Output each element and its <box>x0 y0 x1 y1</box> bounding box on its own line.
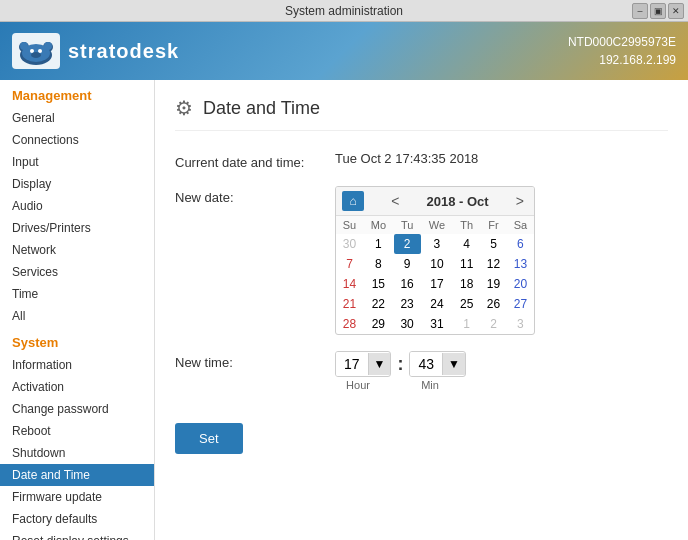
sidebar-item-reboot[interactable]: Reboot <box>0 420 154 442</box>
minute-spinner: 43 ▼ <box>409 351 465 377</box>
close-button[interactable]: ✕ <box>668 3 684 19</box>
logo-area: stratodesk <box>12 33 179 69</box>
calendar-day[interactable]: 19 <box>480 274 507 294</box>
calendar-day[interactable]: 22 <box>363 294 394 314</box>
calendar-day[interactable]: 10 <box>421 254 454 274</box>
sidebar-item-information[interactable]: Information <box>0 354 154 376</box>
sidebar-item-network[interactable]: Network <box>0 239 154 261</box>
sidebar-item-connections[interactable]: Connections <box>0 129 154 151</box>
titlebar: System administration – ▣ ✕ <box>0 0 688 22</box>
calendar-day[interactable]: 7 <box>336 254 363 274</box>
calendar-day[interactable]: 24 <box>421 294 454 314</box>
calendar-day[interactable]: 15 <box>363 274 394 294</box>
calendar-week: 30123456 <box>336 234 534 254</box>
calendar-day[interactable]: 14 <box>336 274 363 294</box>
calendar-day[interactable]: 1 <box>363 234 394 254</box>
calendar-day[interactable]: 13 <box>507 254 534 274</box>
calendar-day[interactable]: 28 <box>336 314 363 334</box>
calendar-day[interactable]: 8 <box>363 254 394 274</box>
minimize-button[interactable]: – <box>632 3 648 19</box>
calendar-header: ⌂ < 2018 - Oct > <box>336 187 534 216</box>
cal-header-tu: Tu <box>394 216 421 234</box>
svg-point-6 <box>30 49 34 53</box>
sidebar-item-drives-printers[interactable]: Drives/Printers <box>0 217 154 239</box>
calendar-week: 28293031123 <box>336 314 534 334</box>
sidebar-item-shutdown[interactable]: Shutdown <box>0 442 154 464</box>
sidebar-item-input[interactable]: Input <box>0 151 154 173</box>
time-picker-container: 17 ▼ : 43 ▼ Hour Min <box>335 351 466 391</box>
calendar-day[interactable]: 3 <box>507 314 534 334</box>
hour-value: 17 <box>336 352 368 376</box>
calendar-day[interactable]: 5 <box>480 234 507 254</box>
calendar-day[interactable]: 30 <box>394 314 421 334</box>
new-date-row: New date: ⌂ < 2018 - Oct > Su Mo Tu We <box>175 186 668 335</box>
calendar-day[interactable]: 9 <box>394 254 421 274</box>
new-time-row: New time: 17 ▼ : 43 ▼ Hour Min <box>175 351 668 391</box>
sidebar-item-activation[interactable]: Activation <box>0 376 154 398</box>
calendar-day[interactable]: 20 <box>507 274 534 294</box>
calendar-day[interactable]: 17 <box>421 274 454 294</box>
gear-icon: ⚙ <box>175 96 193 120</box>
calendar-day[interactable]: 3 <box>421 234 454 254</box>
cal-header-sa: Sa <box>507 216 534 234</box>
calendar-day[interactable]: 11 <box>453 254 480 274</box>
ip-address: 192.168.2.199 <box>568 51 676 69</box>
calendar-home-button[interactable]: ⌂ <box>342 191 364 211</box>
calendar-day[interactable]: 23 <box>394 294 421 314</box>
calendar-day[interactable]: 18 <box>453 274 480 294</box>
svg-point-4 <box>20 42 28 50</box>
logo-icon <box>12 33 60 69</box>
calendar-day[interactable]: 1 <box>453 314 480 334</box>
svg-point-5 <box>44 42 52 50</box>
calendar-day[interactable]: 30 <box>336 234 363 254</box>
hour-spinner: 17 ▼ <box>335 351 391 377</box>
sidebar-item-time[interactable]: Time <box>0 283 154 305</box>
calendar-day[interactable]: 2 <box>480 314 507 334</box>
logo-text: stratodesk <box>68 40 179 63</box>
sidebar: Management General Connections Input Dis… <box>0 80 155 540</box>
sidebar-item-date-and-time[interactable]: Date and Time <box>0 464 154 486</box>
calendar-day[interactable]: 6 <box>507 234 534 254</box>
minute-value: 43 <box>410 352 442 376</box>
cal-header-mo: Mo <box>363 216 394 234</box>
page-title: Date and Time <box>203 98 320 119</box>
device-id: NTD000C2995973E <box>568 33 676 51</box>
sidebar-item-all[interactable]: All <box>0 305 154 327</box>
calendar-day[interactable]: 27 <box>507 294 534 314</box>
calendar-day-headers: Su Mo Tu We Th Fr Sa <box>336 216 534 234</box>
cal-header-su: Su <box>336 216 363 234</box>
calendar-day[interactable]: 21 <box>336 294 363 314</box>
hour-down-button[interactable]: ▼ <box>368 353 391 375</box>
cal-header-th: Th <box>453 216 480 234</box>
new-time-label: New time: <box>175 351 335 370</box>
calendar-day[interactable]: 16 <box>394 274 421 294</box>
calendar-prev-button[interactable]: < <box>387 193 403 209</box>
sidebar-item-audio[interactable]: Audio <box>0 195 154 217</box>
restore-button[interactable]: ▣ <box>650 3 666 19</box>
header: stratodesk NTD000C2995973E 192.168.2.199 <box>0 22 688 80</box>
calendar-day[interactable]: 29 <box>363 314 394 334</box>
sidebar-item-reset-display-settings[interactable]: Reset display settings <box>0 530 154 540</box>
calendar-day[interactable]: 12 <box>480 254 507 274</box>
minute-down-button[interactable]: ▼ <box>442 353 465 375</box>
hour-label: Hour <box>335 379 381 391</box>
calendar-day[interactable]: 2 <box>394 234 421 254</box>
sidebar-item-display[interactable]: Display <box>0 173 154 195</box>
sidebar-item-general[interactable]: General <box>0 107 154 129</box>
calendar-day[interactable]: 25 <box>453 294 480 314</box>
sidebar-item-change-password[interactable]: Change password <box>0 398 154 420</box>
main-layout: Management General Connections Input Dis… <box>0 80 688 540</box>
current-datetime-value: Tue Oct 2 17:43:35 2018 <box>335 151 478 166</box>
calendar-day[interactable]: 31 <box>421 314 454 334</box>
calendar-day[interactable]: 4 <box>453 234 480 254</box>
calendar-body: 3012345678910111213141516171819202122232… <box>336 234 534 334</box>
set-button[interactable]: Set <box>175 423 243 454</box>
sidebar-item-services[interactable]: Services <box>0 261 154 283</box>
calendar-next-button[interactable]: > <box>512 193 528 209</box>
cal-header-fr: Fr <box>480 216 507 234</box>
sidebar-item-firmware-update[interactable]: Firmware update <box>0 486 154 508</box>
calendar-day[interactable]: 26 <box>480 294 507 314</box>
content-area: ⚙ Date and Time Current date and time: T… <box>155 80 688 540</box>
min-label: Min <box>407 379 453 391</box>
sidebar-item-factory-defaults[interactable]: Factory defaults <box>0 508 154 530</box>
